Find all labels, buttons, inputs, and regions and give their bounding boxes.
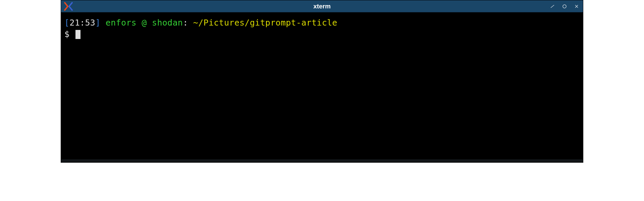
- minimize-button[interactable]: [549, 3, 555, 9]
- titlebar[interactable]: xterm: [61, 0, 583, 12]
- prompt-user: enfors: [106, 18, 137, 28]
- prompt-at: @: [142, 18, 147, 28]
- close-button[interactable]: [574, 3, 580, 9]
- prompt-host: shodan: [152, 18, 183, 28]
- terminal-body[interactable]: [21:53] enfors @ shodan: ~/Pictures/gitp…: [61, 12, 583, 160]
- bracket-open: [: [64, 18, 69, 28]
- prompt-colon: :: [183, 18, 188, 28]
- bracket-close: ]: [95, 18, 100, 28]
- window-controls: [549, 3, 580, 9]
- window-bottom-border: [61, 160, 583, 162]
- terminal-window: xterm [21:53] enfors @ shodan: ~/Picture…: [61, 0, 583, 163]
- maximize-button[interactable]: [561, 3, 568, 9]
- cursor: [75, 30, 80, 39]
- svg-point-0: [563, 5, 566, 8]
- prompt-symbol: $: [64, 29, 69, 39]
- prompt-path: ~/Pictures/gitprompt-article: [193, 18, 337, 28]
- prompt-line-2: $: [64, 29, 580, 40]
- xterm-app-icon: [63, 1, 74, 12]
- window-title: xterm: [313, 3, 331, 10]
- prompt-line-1: [21:53] enfors @ shodan: ~/Pictures/gitp…: [64, 17, 580, 29]
- prompt-time: 21:53: [69, 18, 95, 28]
